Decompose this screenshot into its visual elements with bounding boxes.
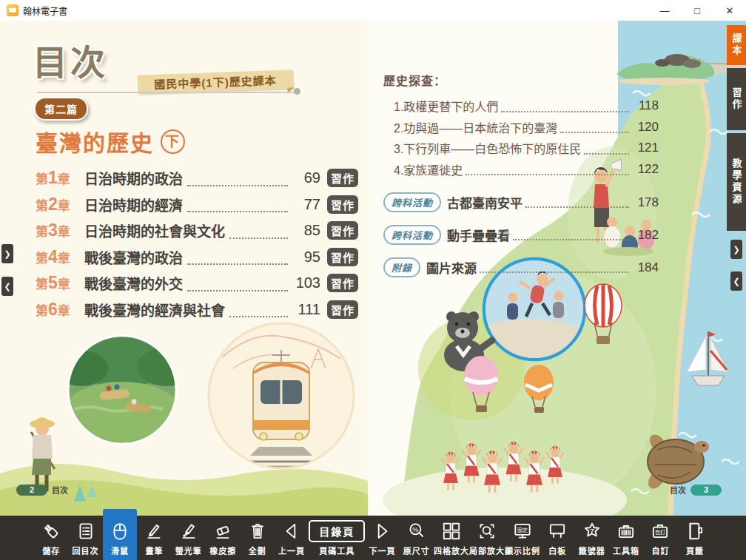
right-panel-expand-button[interactable]: ❯: [730, 240, 742, 259]
dotted-leader: [229, 237, 288, 239]
tool-mouse[interactable]: 滑鼠: [103, 509, 137, 560]
maximize-button[interactable]: □: [681, 0, 713, 21]
dotted-leader: [466, 174, 629, 175]
appendix-badge: 附錄: [383, 257, 420, 277]
tool-custom[interactable]: 自訂 自訂: [643, 516, 677, 560]
right-toc: 歷史探查： 1.政權更替下的人們 118 2.功與過——日本統治下的臺灣 120…: [383, 71, 659, 277]
tool-whiteboard[interactable]: 白板: [540, 516, 574, 560]
river-photo: [55, 321, 196, 444]
minimize-button[interactable]: —: [648, 0, 681, 21]
usb-save-icon: [41, 520, 61, 542]
eraser-icon: [212, 520, 233, 542]
toc-item[interactable]: 跨科活動 古都臺南安平 178: [383, 192, 659, 212]
page-number-button[interactable]: 目錄頁: [309, 520, 365, 542]
toc-item[interactable]: 附錄 圖片來源 184: [383, 257, 659, 277]
page-number-pill: 2: [16, 485, 47, 496]
area-zoom-icon: [477, 520, 497, 542]
dotted-leader: [187, 185, 288, 186]
right-panel-collapse-button[interactable]: ❮: [730, 271, 742, 291]
activity-badge: 跨科活動: [383, 192, 441, 212]
toc-item[interactable]: 3.下行列車——白色恐怖下的原住民 121: [383, 138, 659, 159]
chapter-row[interactable]: 第2章 日治時期的經濟 77 習作: [36, 192, 358, 218]
tab-textbook[interactable]: 課本: [727, 25, 746, 65]
toolbox-icon: [616, 520, 636, 542]
tool-number-picker[interactable]: 7 籤號器: [574, 516, 608, 560]
monitor-fixed-icon: 固定: [512, 520, 533, 542]
tool-page-tab[interactable]: 頁籤: [678, 516, 712, 560]
volume-mark: 下: [161, 129, 185, 154]
workbook-button[interactable]: 習作: [327, 221, 358, 240]
dotted-leader: [480, 271, 629, 273]
tool-quad-zoom[interactable]: 四格放大: [434, 516, 469, 560]
divider: [37, 92, 296, 93]
right-page-footer: 目次 3: [670, 484, 722, 496]
mouse-icon: [110, 520, 130, 542]
custom-case-icon: 自訂: [650, 520, 671, 542]
svg-text:自訂: 自訂: [655, 529, 665, 536]
dotted-leader: [187, 290, 288, 291]
dotted-leader: [187, 211, 288, 212]
dotted-leader: [229, 316, 288, 317]
toc-item[interactable]: 4.家族遷徙史 122: [383, 159, 659, 181]
footer-label: 目次: [670, 484, 686, 496]
app-logo-icon: [7, 4, 19, 16]
side-tab-column: 課本 習作 教學資源: [727, 21, 746, 516]
prev-page-icon: [281, 520, 302, 542]
dotted-leader: [187, 263, 288, 265]
page-number-pill: 3: [690, 485, 722, 496]
section-badge: 第二篇: [34, 97, 88, 121]
tool-pen[interactable]: 畫筆: [137, 516, 171, 560]
dotted-leader: [584, 153, 629, 155]
tool-back-to-toc[interactable]: 回目次: [68, 516, 102, 560]
toc-item[interactable]: 1.政權更替下的人們 118: [383, 95, 659, 117]
left-page-footer: 2 目次: [16, 484, 68, 496]
chapter-row[interactable]: 第1章 日治時期的政治 69 習作: [36, 165, 358, 192]
section-title-text: 臺灣的歷史: [36, 125, 154, 158]
dotted-leader: [513, 239, 629, 240]
zoom-percent-icon: %: [406, 520, 427, 542]
tool-delete-all[interactable]: 全刪: [240, 516, 274, 560]
tool-display-ratio[interactable]: 固定 顯示比例: [505, 516, 540, 560]
workbook-button[interactable]: 習作: [327, 274, 358, 292]
workbook-button[interactable]: 習作: [327, 195, 358, 214]
pen-icon: [144, 520, 164, 542]
chapter-row[interactable]: 第3章 日治時期的社會與文化 85 習作: [36, 217, 358, 244]
tool-toolbox[interactable]: 工具箱: [609, 516, 643, 560]
workbook-button[interactable]: 習作: [327, 248, 358, 266]
left-panel-expand-button[interactable]: ❯: [1, 244, 13, 263]
tool-eraser[interactable]: 橡皮擦: [206, 516, 240, 560]
toc-item[interactable]: 跨科活動 動手疊疊看 182: [383, 225, 659, 245]
chapter-row[interactable]: 第4章 戰後臺灣的政治 95 習作: [36, 244, 358, 271]
tab-workbook[interactable]: 習作: [727, 68, 746, 130]
close-button[interactable]: ✕: [713, 0, 746, 21]
window-title: 翰林電子書: [23, 4, 67, 17]
toc-item[interactable]: 2.功與過——日本統治下的臺灣 120: [383, 117, 659, 138]
trash-icon: [247, 520, 268, 542]
tool-prev-page[interactable]: 上一頁: [275, 516, 309, 560]
ebook-window: 翰林電子書 — □ ✕: [0, 0, 746, 560]
chapter-list: 第1章 日治時期的政治 69 習作 第2章 日治時期的經濟 77 習作 第3章 …: [36, 165, 358, 323]
footer-label: 目次: [52, 484, 68, 496]
dotted-leader: [501, 111, 629, 112]
toc-list-icon: [75, 520, 96, 542]
activity-badge: 跨科活動: [383, 225, 441, 245]
bottom-toolbar: 儲存 回目次 滑鼠 畫筆 螢光筆 橡皮擦 全刪 上一頁: [0, 516, 746, 560]
workbook-button[interactable]: 習作: [327, 169, 358, 187]
tool-highlighter[interactable]: 螢光筆: [172, 516, 206, 560]
star-number-icon: 7: [582, 520, 602, 542]
chapter-row[interactable]: 第5章 戰後臺灣的外交 103 習作: [36, 270, 358, 297]
right-page: 歷史探查： 1.政權更替下的人們 118 2.功與過——日本統治下的臺灣 120…: [368, 21, 746, 516]
tab-teaching-resources[interactable]: 教學資源: [727, 133, 746, 231]
page-title: 目次: [33, 34, 108, 85]
workbook-button[interactable]: 習作: [327, 300, 358, 319]
tool-next-page[interactable]: 下一頁: [365, 516, 399, 560]
tool-save[interactable]: 儲存: [34, 516, 68, 560]
dotted-leader: [560, 132, 629, 133]
tool-page-number[interactable]: 目錄頁 頁碼工具: [309, 516, 365, 560]
tool-area-zoom[interactable]: 局部放大: [469, 516, 505, 560]
left-page: 目次 國民中學(1下)歷史課本 第二篇 臺灣的歷史 下 第1章 日治時期的政治 …: [0, 21, 368, 516]
chapter-row[interactable]: 第6章 戰後臺灣的經濟與社會 111 習作: [36, 297, 358, 323]
tool-original-size[interactable]: % 原尺寸: [400, 516, 434, 560]
title-bar: 翰林電子書 — □ ✕: [0, 0, 746, 21]
left-panel-collapse-button[interactable]: ❮: [1, 277, 13, 296]
